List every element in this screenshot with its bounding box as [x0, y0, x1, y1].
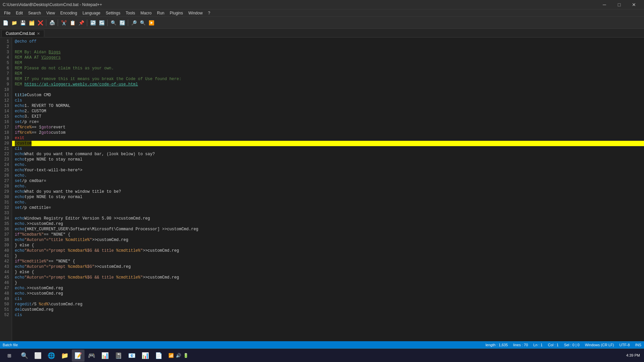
menu-macro[interactable]: Macro [138, 9, 154, 17]
code-line[interactable]: echo "Autorun"="prompt %cmdbar%$G" >>cus… [12, 264, 644, 269]
code-line[interactable]: } else { [12, 243, 644, 248]
run-btn[interactable]: ▶️ [147, 19, 155, 27]
code-line[interactable]: echo 1. REVERT TO NORMAL [12, 103, 644, 109]
code-line[interactable]: REM https://at-vloggers.weebly.com/code-… [12, 82, 644, 87]
code-line[interactable]: REM [12, 71, 644, 76]
menu-encoding[interactable]: Encoding [58, 9, 80, 17]
copy-btn[interactable]: 📋 [68, 19, 76, 27]
code-line[interactable]: echo. >>customCmd.reg [12, 221, 644, 227]
print-btn[interactable]: 🖨️ [48, 19, 56, 27]
menu-plugins[interactable]: Plugins [167, 9, 185, 17]
code-line[interactable]: echo type NONE to stay normal [12, 157, 644, 162]
open-btn[interactable]: 📁 [10, 19, 18, 27]
code-line[interactable]: echo type NONE to stay normal [12, 194, 644, 200]
maximize-button[interactable]: □ [612, 0, 627, 9]
code-line[interactable]: echo. >>customCmd.reg [12, 291, 644, 296]
code-line[interactable]: title Custom CMD [12, 93, 644, 98]
code-line[interactable] [12, 210, 644, 216]
taskbar-edge[interactable]: 🌐 [45, 350, 58, 362]
menu-run[interactable]: Run [154, 9, 167, 17]
code-line[interactable]: cls [12, 98, 644, 103]
menu-language[interactable]: Language [80, 9, 103, 17]
menu-tools[interactable]: Tools [123, 9, 138, 17]
code-line[interactable]: REM AKA AT Vloggers [12, 55, 644, 60]
code-line[interactable]: echo What do you want the command bar, (… [12, 152, 644, 157]
taskbar-steam[interactable]: 🎮 [85, 350, 98, 362]
code-line[interactable]: REM [12, 60, 644, 66]
taskbar-notepad[interactable]: 📝 [72, 350, 85, 362]
code-editor[interactable]: @echo off REM By: Aidan BiggsREM AKA AT … [12, 38, 644, 341]
taskbar-onenote[interactable]: 📓 [112, 350, 125, 362]
taskbar-powerpoint[interactable]: 📊 [139, 350, 152, 362]
tab-customcmd[interactable]: CustomCmd.bat ✕ [1, 30, 44, 37]
code-line[interactable]: cls [12, 146, 644, 152]
code-line[interactable]: } [12, 280, 644, 286]
taskbar-explorer[interactable]: 📁 [58, 350, 71, 362]
code-line[interactable]: regedit /S %cd%\customCmd.reg [12, 302, 644, 307]
zoom-out-btn[interactable]: 🔍 [139, 19, 147, 27]
code-line[interactable]: echo What do you want the window title t… [12, 189, 644, 194]
code-line[interactable]: echo. [12, 173, 644, 178]
code-line[interactable]: REM By: Aidan Biggs [12, 50, 644, 55]
code-line[interactable]: echo 3. EXIT [12, 114, 644, 119]
zoom-in-btn[interactable]: 🔎 [130, 19, 138, 27]
find-btn[interactable]: 🔍 [109, 19, 117, 27]
taskbar-clock[interactable]: 4:39 PM [624, 353, 643, 358]
menu-help[interactable]: ? [205, 9, 213, 17]
code-line[interactable]: set /p rce= [12, 119, 644, 125]
code-line[interactable]: } [12, 253, 644, 259]
code-line[interactable]: del customCmd.reg [12, 307, 644, 312]
taskbar-word[interactable]: 📄 [152, 350, 165, 362]
replace-btn[interactable]: 🔄 [118, 19, 126, 27]
code-line[interactable]: echo 2. CUSTOM [12, 109, 644, 114]
menu-edit[interactable]: Edit [13, 9, 25, 17]
code-line[interactable]: REM Please do not claim this as your own… [12, 66, 644, 71]
menu-view[interactable]: View [44, 9, 58, 17]
code-line[interactable]: if %rce% == 1 goto revert [12, 125, 644, 130]
minimize-button[interactable]: ─ [597, 0, 612, 9]
code-line[interactable]: echo "Autorun"="title %cmdtitle%" >>cust… [12, 237, 644, 243]
code-line[interactable]: echo [HKEY_CURRENT_USER\Software\Microso… [12, 227, 644, 232]
save-btn[interactable]: 💾 [19, 19, 27, 27]
menu-file[interactable]: File [1, 9, 13, 17]
code-line[interactable] [12, 44, 644, 50]
paste-btn[interactable]: 📌 [77, 19, 85, 27]
code-line[interactable]: if %rce% == 2 goto custom [12, 130, 644, 135]
taskbar-task-view[interactable]: ⬜ [32, 350, 44, 362]
tab-close-icon[interactable]: ✕ [37, 32, 40, 36]
code-line[interactable]: echo. [12, 200, 644, 205]
close-button[interactable]: ✕ [627, 0, 641, 9]
code-line[interactable]: echo. [12, 184, 644, 189]
code-line[interactable] [12, 87, 644, 93]
code-line[interactable]: echo "Autorun"="prompt %cmdbar%$G && tit… [12, 248, 644, 253]
code-line[interactable]: cls [12, 312, 644, 318]
start-button[interactable]: ⊞ [1, 350, 17, 362]
code-line[interactable]: exit [12, 135, 644, 141]
code-line[interactable]: set /p cmdbar= [12, 178, 644, 184]
code-line[interactable]: echo Windows Registry Editor Version 5.0… [12, 216, 644, 221]
menu-settings[interactable]: Settings [103, 9, 123, 17]
code-line[interactable]: @echo off [12, 39, 644, 44]
code-line[interactable]: if "%cmdbar%" == "NONE" { [12, 232, 644, 237]
code-line[interactable]: :custom [12, 141, 644, 146]
taskbar-outlook[interactable]: 📧 [125, 350, 138, 362]
undo-btn[interactable]: ↩️ [89, 19, 97, 27]
save-all-btn[interactable]: 🗂️ [28, 19, 36, 27]
close-btn[interactable]: ❌ [36, 19, 44, 27]
code-line[interactable]: echo Your-text-will-be-here^> [12, 168, 644, 173]
code-line[interactable]: echo. [12, 162, 644, 168]
taskbar-search[interactable]: 🔍 [18, 350, 31, 362]
code-line[interactable]: echo. >>customCmd.reg [12, 286, 644, 291]
menu-search[interactable]: Search [25, 9, 44, 17]
code-line[interactable]: REM If you remove this it means you brea… [12, 76, 644, 82]
new-btn[interactable]: 📄 [1, 19, 9, 27]
taskbar-excel[interactable]: 📊 [99, 350, 111, 362]
cut-btn[interactable]: ✂️ [60, 19, 68, 27]
code-line[interactable]: if "%cmdtitle%" == "NONE" { [12, 259, 644, 264]
menu-window[interactable]: Window [185, 9, 205, 17]
redo-btn[interactable]: ↪️ [98, 19, 106, 27]
code-line[interactable]: cls [12, 296, 644, 302]
code-line[interactable]: echo "Autorun"="prompt %cmdbar%$G && tit… [12, 275, 644, 280]
code-line[interactable]: set /p cmdtitle= [12, 205, 644, 210]
code-line[interactable]: } else { [12, 269, 644, 275]
